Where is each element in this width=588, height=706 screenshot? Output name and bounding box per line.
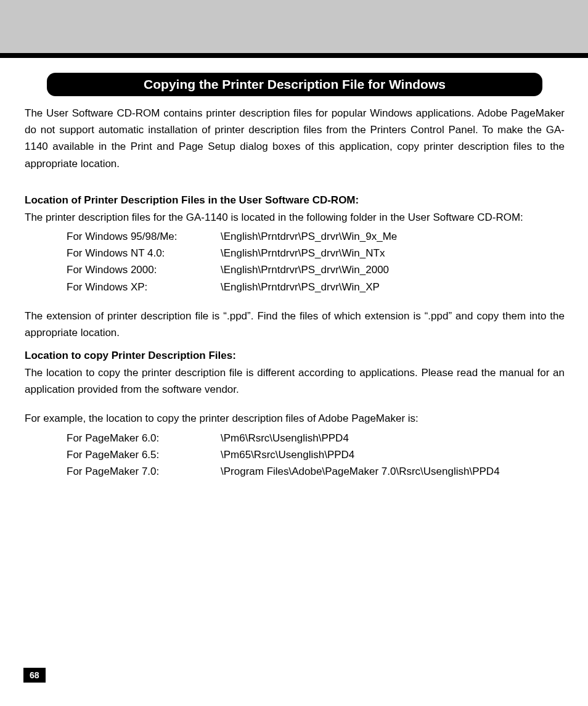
path-value: \English\Prntdrvr\PS_drvr\Win_NTx xyxy=(221,245,565,261)
path-label: For PageMaker 7.0: xyxy=(67,463,221,480)
table-row: For PageMaker 6.0: \Pm6\Rsrc\Usenglish\P… xyxy=(67,430,565,446)
path-value: \English\Prntdrvr\PS_drvr\Win_9x_Me xyxy=(221,228,565,245)
header-band xyxy=(0,0,588,58)
table-row: For PageMaker 6.5: \Pm65\Rsrc\Usenglish\… xyxy=(67,446,565,463)
page-content: Copying the Printer Description File for… xyxy=(0,58,588,480)
path-label: For Windows 95/98/Me: xyxy=(67,228,221,245)
path-value: \Program Files\Adobe\PageMaker 7.0\Rsrc\… xyxy=(221,463,565,480)
path-value: \English\Prntdrvr\PS_drvr\Win_2000 xyxy=(221,261,565,278)
intro-paragraph: The User Software CD-ROM contains printe… xyxy=(25,105,565,172)
table-row: For Windows 2000: \English\Prntdrvr\PS_d… xyxy=(67,261,565,278)
section1-paths-table: For Windows 95/98/Me: \English\Prntdrvr\… xyxy=(67,228,565,295)
section1-lead: The printer description files for the GA… xyxy=(25,209,565,226)
page-number: 68 xyxy=(23,668,46,683)
path-value: \Pm65\Rsrc\Usenglish\PPD4 xyxy=(221,446,565,463)
path-label: For PageMaker 6.5: xyxy=(67,446,221,463)
section2-example-intro: For example, the location to copy the pr… xyxy=(25,410,565,427)
table-row: For Windows XP: \English\Prntdrvr\PS_drv… xyxy=(67,279,565,295)
section2-heading: Location to copy Printer Description Fil… xyxy=(25,350,565,362)
path-value: \Pm6\Rsrc\Usenglish\PPD4 xyxy=(221,430,565,446)
path-value: \English\Prntdrvr\PS_drvr\Win_XP xyxy=(221,279,565,295)
path-label: For Windows 2000: xyxy=(67,261,221,278)
path-label: For PageMaker 6.0: xyxy=(67,430,221,446)
path-label: For Windows NT 4.0: xyxy=(67,245,221,261)
path-label: For Windows XP: xyxy=(67,279,221,295)
section1-note: The extension of printer description fil… xyxy=(25,308,565,341)
table-row: For PageMaker 7.0: \Program Files\Adobe\… xyxy=(67,463,565,480)
table-row: For Windows 95/98/Me: \English\Prntdrvr\… xyxy=(67,228,565,245)
section2-lead: The location to copy the printer descrip… xyxy=(25,364,565,398)
section2-paths-table: For PageMaker 6.0: \Pm6\Rsrc\Usenglish\P… xyxy=(67,430,565,480)
table-row: For Windows NT 4.0: \English\Prntdrvr\PS… xyxy=(67,245,565,261)
section1-heading: Location of Printer Description Files in… xyxy=(25,194,565,207)
page-title: Copying the Printer Description File for… xyxy=(47,73,542,96)
